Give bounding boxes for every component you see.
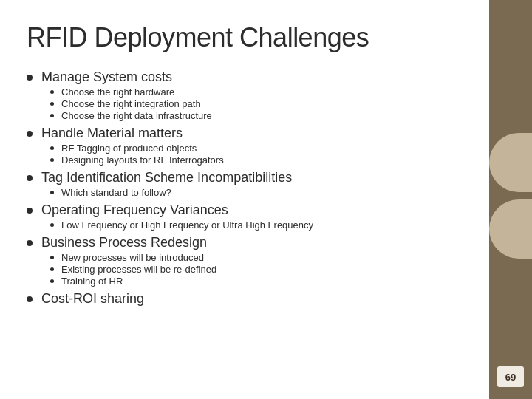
right-decorative-panel: 69: [489, 0, 532, 399]
sub-bullet-label: Choose the right data infrastructure: [61, 110, 212, 121]
sub-bullet-dot: [50, 90, 54, 94]
list-item: Business Process Redesign New processes …: [27, 235, 473, 287]
sub-bullet-list: Low Frequency or High Frequency or Ultra…: [27, 219, 473, 231]
bullet-dot: [27, 175, 33, 181]
sub-bullet-label: Designing layouts for RF Interrogators: [61, 154, 224, 166]
list-item: New processes will be introduced: [50, 252, 473, 263]
bullet-label: Business Process Redesign: [41, 235, 207, 250]
list-item: Tag Identification Scheme Incompatibilit…: [27, 170, 473, 198]
list-item: Operating Frequency Variances Low Freque…: [27, 202, 473, 231]
bullet-label: Tag Identification Scheme Incompatibilit…: [41, 170, 292, 185]
sub-bullet-list: New processes will be introduced Existin…: [27, 252, 473, 287]
list-item: Choose the right integration path: [50, 98, 473, 109]
bullet-dot: [27, 296, 33, 302]
page-number: 69: [497, 366, 524, 387]
bullet-label: Cost-ROI sharing: [41, 291, 144, 307]
list-item: Choose the right data infrastructure: [50, 110, 473, 121]
sub-bullet-label: Training of HR: [61, 276, 123, 287]
bullet-dot: [27, 131, 33, 137]
sub-bullet-dot: [50, 223, 54, 227]
sub-bullet-label: Which standard to follow?: [61, 187, 171, 198]
sub-bullet-label: Existing processes will be re-defined: [61, 264, 216, 275]
slide-content: RFID Deployment Challenges Manage System…: [0, 0, 532, 399]
sub-bullet-label: Low Frequency or High Frequency or Ultra…: [61, 219, 313, 231]
bullet-dot: [27, 75, 33, 81]
sub-bullet-dot: [50, 191, 54, 194]
slide-title: RFID Deployment Challenges: [27, 22, 473, 53]
sub-bullet-dot: [50, 267, 54, 271]
sub-bullet-dot: [50, 279, 54, 283]
bullet-label: Manage System costs: [41, 69, 172, 85]
sub-bullet-list: Choose the right hardware Choose the rig…: [27, 86, 473, 121]
list-item: Designing layouts for RF Interrogators: [50, 154, 473, 166]
sub-bullet-label: New processes will be introduced: [61, 252, 204, 263]
bullet-label: Operating Frequency Variances: [41, 202, 228, 218]
bullet-dot: [27, 240, 33, 246]
bullet-label: Handle Material matters: [41, 126, 183, 141]
list-item: Which standard to follow?: [50, 187, 473, 198]
sub-bullet-label: RF Tagging of produced objects: [61, 143, 197, 154]
list-item: Choose the right hardware: [50, 86, 473, 98]
sub-bullet-dot: [50, 102, 54, 106]
sub-bullet-label: Choose the right integration path: [61, 98, 201, 109]
sub-bullet-dot: [50, 146, 54, 150]
main-bullet-list: Manage System costs Choose the right har…: [27, 69, 473, 307]
list-item: Training of HR: [50, 276, 473, 287]
sub-bullet-list: Which standard to follow?: [27, 187, 473, 198]
list-item: Cost-ROI sharing: [27, 291, 473, 307]
sub-bullet-dot: [50, 114, 54, 117]
sub-bullet-dot: [50, 158, 54, 162]
slide: 69 RFID Deployment Challenges Manage Sys…: [0, 0, 532, 399]
list-item: Manage System costs Choose the right har…: [27, 69, 473, 121]
list-item: Handle Material matters RF Tagging of pr…: [27, 126, 473, 166]
sub-bullet-list: RF Tagging of produced objects Designing…: [27, 143, 473, 166]
list-item: RF Tagging of produced objects: [50, 143, 473, 154]
list-item: Low Frequency or High Frequency or Ultra…: [50, 219, 473, 231]
bullet-dot: [27, 208, 33, 214]
sub-bullet-dot: [50, 256, 54, 259]
sub-bullet-label: Choose the right hardware: [61, 86, 174, 98]
list-item: Existing processes will be re-defined: [50, 264, 473, 275]
